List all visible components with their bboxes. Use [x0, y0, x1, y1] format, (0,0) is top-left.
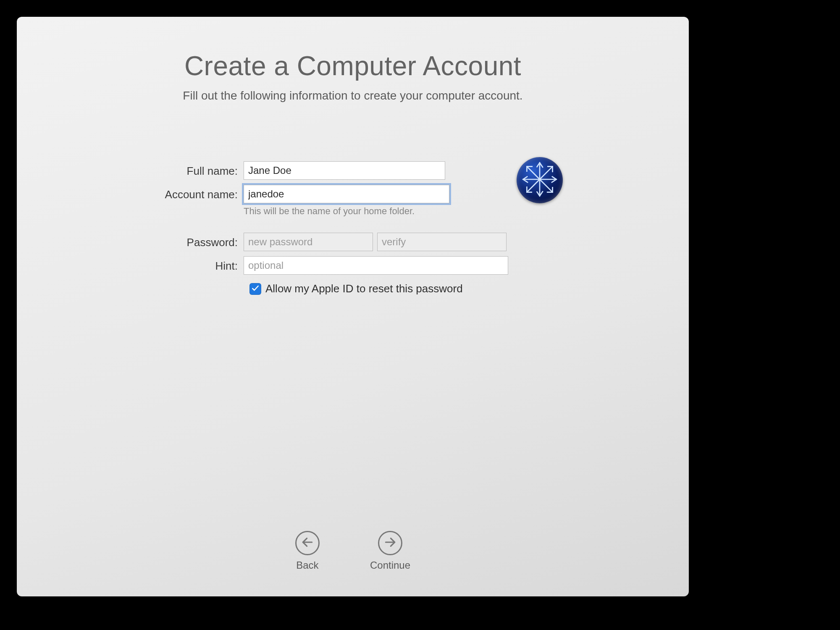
page-title: Create a Computer Account — [17, 50, 689, 81]
snowflake-icon — [521, 160, 559, 200]
full-name-input[interactable] — [244, 161, 445, 180]
hint-label: Hint: — [105, 256, 244, 273]
full-name-label: Full name: — [105, 161, 244, 178]
back-button[interactable]: Back — [295, 531, 320, 571]
account-name-hint: This will be the name of your home folde… — [244, 206, 508, 217]
hint-input[interactable] — [244, 256, 508, 275]
nav-bar: Back Continue — [17, 531, 689, 571]
apple-id-reset-label: Allow my Apple ID to reset this password — [265, 282, 463, 295]
account-name-label: Account name: — [105, 185, 244, 201]
back-label: Back — [296, 559, 318, 571]
arrow-right-icon — [383, 536, 397, 551]
arrow-left-icon — [301, 536, 314, 551]
page-subtitle: Fill out the following information to cr… — [17, 89, 689, 102]
continue-button[interactable]: Continue — [370, 531, 410, 571]
continue-label: Continue — [370, 559, 410, 571]
apple-id-reset-checkbox[interactable] — [249, 283, 261, 295]
password-input[interactable] — [244, 233, 373, 251]
account-name-input[interactable] — [244, 185, 449, 203]
checkmark-icon — [251, 284, 260, 294]
password-label: Password: — [105, 233, 244, 249]
password-verify-input[interactable] — [377, 233, 507, 251]
setup-window: Create a Computer Account Fill out the f… — [17, 17, 689, 596]
account-form: Full name: Account name: This will be th… — [105, 161, 601, 295]
account-avatar[interactable] — [517, 157, 563, 203]
